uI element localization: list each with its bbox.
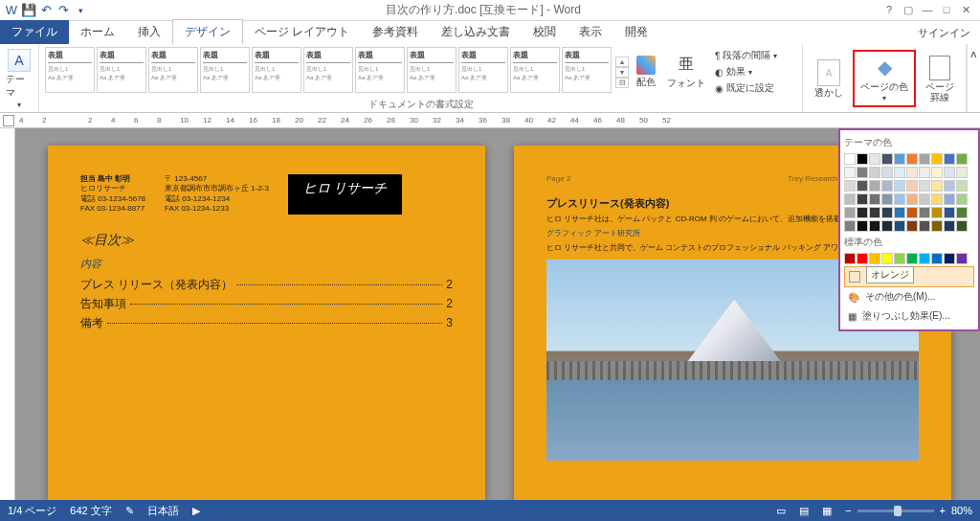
tab-developer[interactable]: 開発 [613,20,659,44]
color-swatch[interactable] [894,193,905,205]
color-swatch[interactable] [956,153,968,165]
color-swatch[interactable] [919,220,930,232]
color-swatch[interactable] [931,180,943,192]
effects[interactable]: ◐効果▾ [713,64,779,79]
color-swatch[interactable] [857,220,868,232]
view-web-icon[interactable]: ▦ [822,505,832,517]
zoom-slider[interactable] [858,510,934,512]
color-swatch[interactable] [919,253,930,264]
color-swatch[interactable] [894,207,905,218]
color-swatch[interactable] [944,180,955,192]
color-swatch[interactable] [956,167,968,178]
color-swatch[interactable] [869,193,880,205]
color-swatch[interactable] [931,220,943,232]
zoom-out-icon[interactable]: − [845,505,851,516]
collapse-ribbon-icon[interactable]: ʌ [967,44,980,112]
color-swatch[interactable] [956,207,968,218]
vertical-ruler[interactable] [0,128,15,500]
view-read-icon[interactable]: ▭ [776,505,786,517]
view-print-icon[interactable]: ▤ [799,505,809,517]
gallery-item[interactable]: 表題見出し1Aa あア亜 [200,47,250,93]
tab-review[interactable]: 校閲 [522,20,568,44]
gallery-item[interactable]: 表題見出し1Aa あア亜 [45,47,95,93]
color-swatch[interactable] [931,153,943,165]
color-swatch[interactable] [894,220,905,232]
color-swatch[interactable] [857,253,868,264]
close-icon[interactable]: ✕ [957,4,974,16]
gallery-item[interactable]: 表題見出し1Aa あア亜 [510,47,560,93]
color-swatch[interactable] [844,253,856,264]
color-swatch[interactable] [944,253,955,264]
color-swatch[interactable] [956,193,968,205]
color-swatch[interactable] [956,253,968,264]
color-swatch[interactable] [881,253,893,264]
color-swatch[interactable] [881,220,893,232]
status-words[interactable]: 642 文字 [70,504,111,518]
color-swatch[interactable] [881,180,893,192]
ribbon-options-icon[interactable]: ▢ [900,4,917,16]
color-swatch[interactable] [881,193,893,205]
color-swatch[interactable] [931,193,943,205]
gallery-item[interactable]: 表題見出し1Aa あア亜 [355,47,405,93]
more-colors-item[interactable]: 🎨その他の色(M)... [844,287,974,306]
color-swatch[interactable] [881,153,893,165]
color-swatch[interactable] [894,153,905,165]
color-swatch[interactable] [844,220,856,232]
color-swatch[interactable] [857,193,868,205]
color-swatch[interactable] [894,167,905,178]
color-swatch[interactable] [906,253,918,264]
color-swatch[interactable] [844,207,856,218]
color-swatch[interactable] [869,153,880,165]
color-swatch[interactable] [906,207,918,218]
color-swatch[interactable] [844,193,856,205]
zoom-in-icon[interactable]: + [940,505,946,516]
color-swatch[interactable] [931,207,943,218]
style-gallery[interactable]: 表題見出し1Aa あア亜表題見出し1Aa あア亜表題見出し1Aa あア亜表題見出… [45,47,612,97]
gallery-scroll[interactable]: ▴▾⊟ [615,57,629,88]
color-swatch[interactable] [944,167,955,178]
color-swatch[interactable] [944,207,955,218]
tab-design[interactable]: デザイン [172,19,243,44]
undo-icon[interactable]: ↶ [38,3,54,18]
tab-home[interactable]: ホーム [69,20,126,44]
color-swatch[interactable] [894,253,905,264]
tab-layout[interactable]: ページ レイアウト [243,20,361,44]
fonts-button[interactable]: 亜フォント [663,53,709,92]
color-swatch[interactable] [906,180,918,192]
color-swatch[interactable] [857,180,868,192]
fill-effects-item[interactable]: ▦塗りつぶし効果(E)... [844,306,974,326]
tab-view[interactable]: 表示 [568,20,613,44]
gallery-item[interactable]: 表題見出し1Aa あア亜 [562,47,612,93]
themes-button[interactable]: A テーマ ▾ [6,49,33,109]
color-swatch[interactable] [944,153,955,165]
gallery-item[interactable]: 表題見出し1Aa あア亜 [252,47,301,93]
color-swatch[interactable] [906,193,918,205]
watermark-button[interactable]: A透かし [809,57,849,100]
color-swatch[interactable] [869,207,880,218]
gallery-item[interactable]: 表題見出し1Aa あア亜 [303,47,353,93]
signin-link[interactable]: サインイン [908,22,980,44]
zoom-value[interactable]: 80% [951,505,972,516]
color-swatch[interactable] [857,153,868,165]
gallery-item[interactable]: 表題見出し1Aa あア亜 [148,47,198,93]
color-swatch[interactable] [944,193,955,205]
color-swatch[interactable] [944,220,955,232]
color-swatch[interactable] [857,167,868,178]
color-swatch[interactable] [919,167,930,178]
color-swatch[interactable] [869,253,880,264]
color-swatch[interactable] [956,220,968,232]
tab-insert[interactable]: 挿入 [126,20,172,44]
color-swatch[interactable] [869,167,880,178]
color-swatch[interactable] [919,193,930,205]
color-swatch[interactable] [919,153,930,165]
gallery-item[interactable]: 表題見出し1Aa あア亜 [458,47,508,93]
tab-references[interactable]: 参考資料 [361,20,430,44]
horizontal-ruler[interactable]: 4224681012141618202224262830323436384042… [0,113,980,128]
macro-icon[interactable]: ▶ [192,505,200,517]
tab-file[interactable]: ファイル [0,20,69,44]
save-icon[interactable]: 💾 [21,3,36,18]
tab-mailings[interactable]: 差し込み文書 [430,20,522,44]
no-color-item[interactable]: 色なし(N) オレンジ [844,266,974,287]
set-default[interactable]: ◉既定に設定 [713,80,779,96]
maximize-icon[interactable]: □ [938,4,955,16]
